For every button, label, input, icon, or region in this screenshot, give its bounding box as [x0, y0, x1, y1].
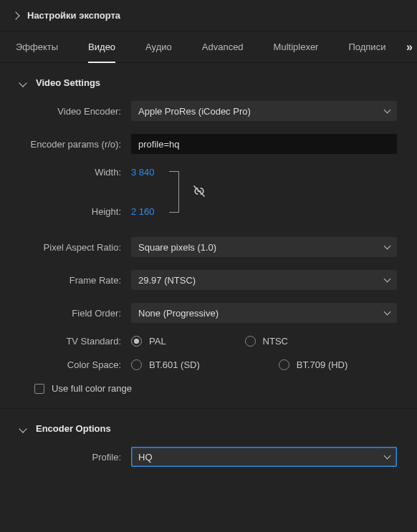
- encoder-params-label: Encoder params (r/o):: [20, 139, 131, 150]
- height-label: Height:: [20, 206, 121, 217]
- encoder-label: Video Encoder:: [20, 106, 131, 117]
- video-encoder-select[interactable]: Apple ProRes (iCodec Pro): [131, 101, 397, 121]
- video-settings-toggle[interactable]: Video Settings: [20, 77, 397, 88]
- encoder-params-value: profile=hq: [138, 139, 179, 150]
- video-settings-title: Video Settings: [36, 77, 100, 88]
- tvstd-ntsc-radio[interactable]: NTSC: [245, 336, 288, 347]
- radio-icon: [245, 336, 256, 347]
- cspace-bt601-label: BT.601 (SD): [149, 359, 200, 370]
- tab-effects[interactable]: Эффекты: [16, 32, 58, 62]
- settings-tabs: Эффекты Видео Аудио Advanced Multiplexer…: [0, 32, 417, 63]
- par-label: Pixel Aspect Ratio:: [20, 242, 131, 253]
- header-title: Настройки экспорта: [27, 10, 120, 21]
- radio-icon: [279, 359, 289, 370]
- export-settings-header[interactable]: Настройки экспорта: [0, 0, 417, 32]
- fps-label: Frame Rate:: [20, 275, 131, 286]
- tab-audio[interactable]: Аудио: [145, 32, 172, 62]
- chevron-down-icon: [19, 79, 27, 87]
- field-select[interactable]: None (Progressive): [131, 303, 397, 323]
- tvstd-ntsc-label: NTSC: [263, 336, 288, 347]
- field-value: None (Progressive): [138, 308, 219, 319]
- height-value[interactable]: 2 160: [131, 206, 155, 217]
- profile-label: Profile:: [20, 452, 131, 463]
- tabs-overflow-icon[interactable]: »: [406, 41, 413, 54]
- tvstd-pal-label: PAL: [149, 336, 166, 347]
- link-bracket: [169, 171, 179, 213]
- tab-advanced[interactable]: Advanced: [202, 32, 244, 62]
- cspace-bt709-radio[interactable]: BT.709 (HD): [279, 359, 348, 370]
- width-value[interactable]: 3 840: [131, 167, 155, 178]
- tvstd-pal-radio[interactable]: PAL: [131, 336, 166, 347]
- cspace-label: Color Space:: [20, 359, 131, 370]
- chevron-down-icon: [19, 425, 27, 432]
- fullrange-label: Use full color range: [52, 383, 132, 394]
- tab-captions[interactable]: Подписи: [348, 32, 385, 62]
- cspace-bt709-label: BT.709 (HD): [297, 359, 348, 370]
- radio-icon: [131, 336, 142, 347]
- video-settings-section: Video Settings Video Encoder: Apple ProR…: [0, 63, 417, 409]
- fps-value: 29.97 (NTSC): [138, 275, 196, 286]
- radio-icon: [131, 359, 142, 370]
- field-label: Field Order:: [20, 308, 131, 319]
- cspace-bt601-radio[interactable]: BT.601 (SD): [131, 359, 200, 370]
- encoder-options-title: Encoder Options: [36, 423, 111, 434]
- tvstd-label: TV Standard:: [20, 336, 131, 347]
- profile-value: HQ: [138, 452, 153, 463]
- tab-video[interactable]: Видео: [88, 32, 115, 62]
- encoder-options-section: Encoder Options Profile: HQ: [0, 409, 417, 487]
- par-select[interactable]: Square pixels (1.0): [131, 237, 397, 257]
- chevron-right-icon: [11, 11, 19, 19]
- tab-multiplexer[interactable]: Multiplexer: [274, 32, 319, 62]
- video-encoder-value: Apple ProRes (iCodec Pro): [138, 106, 251, 117]
- width-label: Width:: [20, 167, 121, 178]
- unlink-icon[interactable]: [192, 184, 206, 200]
- encoder-options-toggle[interactable]: Encoder Options: [20, 423, 397, 434]
- fps-select[interactable]: 29.97 (NTSC): [131, 270, 397, 290]
- encoder-params-input[interactable]: profile=hq: [131, 134, 397, 154]
- par-value: Square pixels (1.0): [138, 242, 216, 253]
- profile-select[interactable]: HQ: [131, 447, 397, 467]
- fullrange-checkbox-row[interactable]: Use full color range: [34, 383, 397, 394]
- checkbox-icon: [34, 384, 44, 394]
